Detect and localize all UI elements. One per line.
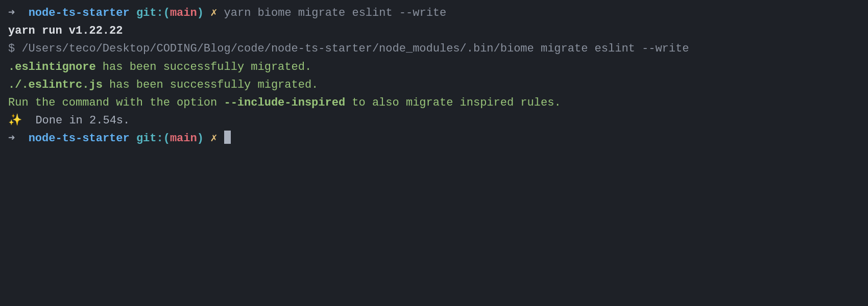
yarn-run-text: yarn run v1.22.22 <box>8 24 123 37</box>
done-text: Done in 2.54s. <box>22 114 130 127</box>
git-branch: main <box>170 132 197 145</box>
prompt-line-1[interactable]: ➜ node-ts-starter git:(main) ✗ yarn biom… <box>8 4 860 22</box>
prompt-arrow-icon: ➜ <box>8 132 29 145</box>
git-paren-close: ) <box>197 132 204 145</box>
hint-line: Run the command with the option --includ… <box>8 94 860 112</box>
shell-exec-text: $ /Users/teco/Desktop/CODING/Blog/code/n… <box>8 42 689 55</box>
git-paren-close: ) <box>197 7 204 19</box>
migrated-msg-1: has been successfully migrated. <box>96 61 311 73</box>
hint-flag: --include-inspired <box>224 96 345 109</box>
hint-post: to also migrate inspired rules. <box>345 96 561 109</box>
shell-exec-line: $ /Users/teco/Desktop/CODING/Blog/code/n… <box>8 40 860 58</box>
git-paren-open: ( <box>163 7 170 19</box>
yarn-run-line: yarn run v1.22.22 <box>8 22 860 40</box>
sparkle-icon: ✨ <box>8 114 22 127</box>
command-yarn: yarn <box>224 7 251 19</box>
migrate-line-1: .eslintignore has been successfully migr… <box>8 58 860 76</box>
prompt-dir: node-ts-starter <box>29 7 130 19</box>
migrated-file-2: ./.eslintrc.js <box>8 79 103 91</box>
command-args: biome migrate eslint --write <box>251 7 446 19</box>
hint-pre: Run the command with the option <box>8 96 224 109</box>
git-dirty-icon: ✗ <box>204 7 224 19</box>
git-paren-open: ( <box>163 132 170 145</box>
terminal-cursor <box>224 131 231 144</box>
git-dirty-icon: ✗ <box>204 132 224 145</box>
done-line: ✨ Done in 2.54s. <box>8 112 860 130</box>
migrated-file-1: .eslintignore <box>8 61 96 73</box>
git-branch: main <box>170 7 197 19</box>
git-label: git: <box>130 132 163 145</box>
prompt-arrow-icon: ➜ <box>8 7 29 19</box>
git-label: git: <box>130 7 163 19</box>
migrate-line-2: ./.eslintrc.js has been successfully mig… <box>8 76 860 94</box>
migrated-msg-2: has been successfully migrated. <box>103 79 318 91</box>
prompt-line-2[interactable]: ➜ node-ts-starter git:(main) ✗ <box>8 130 860 147</box>
prompt-dir: node-ts-starter <box>29 132 130 145</box>
